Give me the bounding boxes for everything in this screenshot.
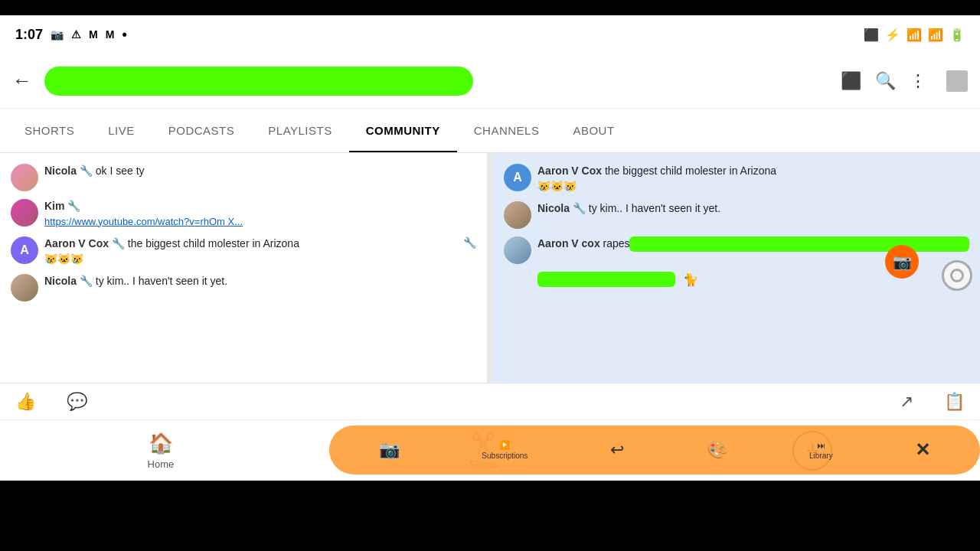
camera-icon: 📷 [51,28,64,41]
cast-icon[interactable]: ⬛ [841,71,861,91]
msg-body-kim: Kim 🔧 https://www.youtube.com/watch?v=rh… [44,199,476,229]
username-nicola-2: Nicola 🔧 [44,275,93,287]
msg-text-aaron-1: the biggest child molester in Arizona [128,237,299,249]
record-button[interactable] [942,260,972,291]
post-card-right: A Aaron V Cox the biggest child molester… [493,153,980,383]
battery-icon: 🔋 [949,28,965,42]
msg-aaron-1: A Aaron V Cox 🔧 the biggest child molest… [11,236,476,266]
msg-body-nicola-2: Nicola 🔧 ty kim.. I haven't seen it yet. [44,274,476,289]
avatar-nicola-right [504,201,531,229]
playlist-icon[interactable]: 📋 [944,392,965,412]
black-bar-bottom [0,536,980,551]
tab-channels[interactable]: CHANNELS [457,109,557,153]
warning-icon: ⚠ [71,28,81,41]
subscriptions-icon: ▶️ [499,440,510,450]
green-bar-2 [537,272,675,287]
avatar-nicola-1 [11,164,38,191]
signal-icon: 📶 [928,28,943,42]
emojis-aaron-1: 😿🐱😿 [44,253,83,265]
emojis-aaron-right-1: 😿🐱😿 [537,180,577,192]
status-bar: 1:07 📷 ⚠ M M • ⬛ ⚡ 📶 📶 🔋 [0,15,980,54]
msg-body-aaron-right-1: Aaron V Cox the biggest child molester i… [537,164,969,194]
msg-kim: Kim 🔧 https://www.youtube.com/watch?v=rh… [11,199,476,229]
top-icons: ⬛ 🔍 ⋮ [841,71,926,91]
home-icon: 🏠 [149,432,173,455]
msg-nicola-2: Nicola 🔧 ty kim.. I haven't seen it yet. [11,274,476,302]
green-redact-bar [629,236,969,252]
post-card-left: Nicola 🔧 ok I see ty Kim 🔧 https://www.y… [0,153,487,383]
square-icon [946,70,968,92]
nav-home[interactable]: 🏠 Home [148,432,175,470]
avatar-aaron-right-2 [504,236,531,264]
top-bar: ← ⬛ 🔍 ⋮ [0,54,980,109]
avatar-aaron-right-1: A [504,164,531,191]
username-nicola-1: Nicola 🔧 [44,165,93,177]
comment-icon[interactable]: 💬 [67,392,87,412]
library-block[interactable]: ⏭ Library [809,441,833,460]
content-area: Nicola 🔧 ok I see ty Kim 🔧 https://www.y… [0,153,980,383]
username-aaron-right-1: Aaron V Cox [537,165,602,177]
msg-body-aaron-1: Aaron V Cox 🔧 the biggest child molester… [44,236,457,266]
msg-body-nicola-1: Nicola 🔧 ok I see ty [44,164,476,179]
back-button[interactable]: ← [12,69,32,93]
wifi-icon: 📶 [906,28,922,42]
bluetooth-icon: ⚡ [885,28,900,42]
thumbs-up-icon[interactable]: 👍 [15,392,36,412]
library-icon: ⏭ [817,441,825,450]
tab-shorts[interactable]: SHORTS [8,109,91,153]
msg-text-nicola-1: ok I see ty [96,165,145,177]
camera-icon-badge: 📷 [893,253,912,271]
home-label: Home [148,458,175,470]
tab-live[interactable]: LIVE [91,109,152,153]
library-label: Library [809,452,833,460]
msg-nicola-right: Nicola 🔧 ty kim.. I haven't seen it yet. [504,201,969,229]
dot-icon: • [122,27,126,43]
msg-text-nicola-2: ty kim.. I haven't seen it yet. [96,275,227,287]
share-icon[interactable]: ↗ [900,392,913,412]
cast-status-icon: ⬛ [864,28,879,42]
msg-text-nicola-right: ty kim.. I haven't seen it yet. [589,202,720,214]
camera-badge[interactable]: 📷 [885,245,919,279]
username-aaron-1: Aaron V Cox 🔧 [44,237,125,249]
cat-emoji: 🐈 [683,272,698,287]
nav-tabs: SHORTS LIVE PODCASTS PLAYLISTS COMMUNITY… [0,109,980,153]
username-kim: Kim 🔧 [44,200,80,212]
palette-icon[interactable]: 🎨 [707,440,727,460]
msg-body-nicola-right: Nicola 🔧 ty kim.. I haven't seen it yet. [537,201,969,217]
subscriptions-block[interactable]: ▶️ Subscriptions [482,440,528,460]
screenshot-icon[interactable]: 📷 [379,440,400,460]
tab-about[interactable]: ABOUT [556,109,631,153]
avatar-nicola-2 [11,274,38,302]
msg-aaron-right-1: A Aaron V Cox the biggest child molester… [504,164,969,194]
floating-toolbar: 📷 ▶️ Subscriptions ↩ 🎨 ⏭ Library ✕ [329,425,980,474]
subscriptions-label: Subscriptions [482,452,528,460]
record-inner [950,269,964,282]
undo-icon[interactable]: ↩ [610,440,624,460]
close-button[interactable]: ✕ [915,439,930,461]
gmail-icon: M [89,28,98,41]
time: 1:07 [15,27,43,43]
status-right: ⬛ ⚡ 📶 📶 🔋 [864,28,965,42]
tab-playlists[interactable]: PLAYLISTS [251,109,348,153]
msg-nicola-1: Nicola 🔧 ok I see ty [11,164,476,191]
msg-text-aaron-right-1: the biggest child molester in Arizona [605,165,776,177]
avatar-aaron-1: A [11,236,38,264]
status-left: 1:07 📷 ⚠ M M • [15,27,127,43]
tab-podcasts[interactable]: PODCASTS [152,109,252,153]
action-row: 👍 💬 ↗ 📋 [0,383,980,419]
search-icon[interactable]: 🔍 [875,71,896,91]
more-icon[interactable]: ⋮ [910,71,926,91]
tab-community[interactable]: COMMUNITY [349,109,457,153]
wrench-icon-left: 🔧 [463,236,476,249]
channel-name-redacted [44,67,473,96]
bottom-nav: 🏠 Home ✂️ Shorts + 📷 ▶️ Subscriptions ↩ … [0,419,980,481]
msg-link-kim[interactable]: https://www.youtube.com/watch?v=rhOm X..… [44,216,243,227]
username-aaron-right-2: Aaron V cox [537,237,600,249]
gmail2-icon: M [106,28,115,41]
avatar-kim [11,199,38,227]
username-nicola-right: Nicola 🔧 [537,202,586,214]
